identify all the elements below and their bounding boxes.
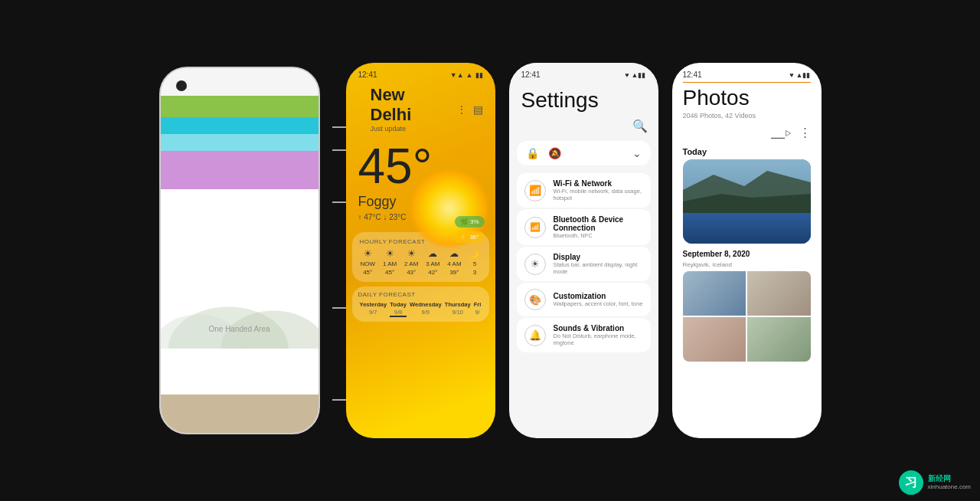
weather-update: Just update bbox=[358, 125, 456, 137]
wifi-icon: 📶 bbox=[524, 180, 546, 201]
settings-item-subtitle: Status bar, ambient display, night mode bbox=[554, 261, 643, 275]
photo-grid-today bbox=[683, 159, 811, 244]
photos-title: Photos bbox=[672, 83, 822, 112]
customization-icon: 🎨 bbox=[524, 289, 546, 310]
status-icons: ♥ ▲▮▮ bbox=[625, 71, 645, 79]
main-container: One Handed Area App Pagination Paginatio… bbox=[0, 0, 980, 501]
hourly-temp: 39° bbox=[449, 269, 459, 276]
mountain-svg bbox=[161, 250, 318, 349]
settings-item-title: Customization bbox=[554, 292, 643, 300]
settings-item-text: Customization Wallpapers, accent color, … bbox=[554, 292, 643, 307]
expand-toggle-icon[interactable]: ⌄ bbox=[632, 147, 642, 159]
hourly-item: ☀ 1 AM 45° bbox=[383, 248, 397, 276]
day-date: 9/ bbox=[475, 309, 479, 316]
weather-icon-widget[interactable]: ▤ bbox=[473, 103, 483, 116]
settings-search-row: 🔍 bbox=[509, 116, 658, 136]
weather-icon-menu[interactable]: ⋮ bbox=[456, 103, 467, 116]
settings-item-wifi[interactable]: 📶 Wi-Fi & Network Wi-Fi, mobile network,… bbox=[517, 173, 651, 208]
stripe-blue bbox=[161, 134, 318, 151]
status-bar-settings: 12:41 ♥ ▲▮▮ bbox=[509, 63, 658, 82]
settings-item-text: Sounds & Vibration Do Not Disturb, earph… bbox=[554, 324, 643, 346]
daily-label: DAILY FORECAST bbox=[358, 291, 483, 298]
day-date: 9/7 bbox=[369, 309, 377, 316]
battery-icon: ▮▮ bbox=[475, 71, 483, 79]
settings-item-title: Wi-Fi & Network bbox=[554, 179, 643, 188]
hourly-time: 2 AM bbox=[404, 260, 418, 267]
weather-badge-temp: ⚡ 36° bbox=[454, 231, 484, 243]
stripe-tan bbox=[161, 395, 318, 433]
search-icon[interactable]: 🔍 bbox=[632, 119, 648, 133]
settings-item-text: Display Status bar, ambient display, nig… bbox=[554, 253, 643, 275]
weather-badge-humidity: 🌿 3% bbox=[455, 216, 485, 228]
hourly-temp: 45° bbox=[385, 269, 394, 276]
signal-icon: ▼▲ bbox=[450, 71, 464, 79]
watermark: 习 新经网 xinhuatone.com bbox=[899, 470, 971, 495]
mute-toggle-icon[interactable]: 🔕 bbox=[548, 147, 561, 159]
one-handed-label: One Handed Area bbox=[208, 325, 270, 333]
daily-row: Yesterday 9/7 Today 9/8 Wednesday 9/9 Th… bbox=[358, 301, 483, 317]
quick-toggles: 🔒 🔕 ⌄ bbox=[517, 141, 651, 165]
photo-cell bbox=[683, 271, 746, 316]
svg-rect-4 bbox=[683, 209, 811, 244]
hourly-icon: ☀ bbox=[407, 248, 416, 259]
hourly-temp: 45° bbox=[363, 269, 372, 276]
daily-section: DAILY FORECAST Yesterday 9/7 Today 9/8 W… bbox=[352, 287, 489, 322]
cast-icon[interactable]: ⎯⎯▷ bbox=[771, 126, 792, 139]
daily-item: Yesterday 9/7 bbox=[360, 301, 387, 317]
settings-item-display[interactable]: ☀ Display Status bar, ambient display, n… bbox=[517, 247, 651, 281]
hourly-time: 4 AM bbox=[447, 260, 461, 267]
hourly-temp: 43° bbox=[407, 269, 416, 276]
stripe-white: One Handed Area bbox=[161, 189, 318, 395]
more-icon[interactable]: ⋮ bbox=[799, 126, 811, 139]
hourly-row: ☀ NOW 45° ☀ 1 AM 45° ☀ 2 AM 43° ☁ 3 AM bbox=[357, 248, 485, 276]
status-time: 12:41 bbox=[358, 70, 377, 79]
settings-item-sound[interactable]: 🔔 Sounds & Vibration Do Not Disturb, ear… bbox=[517, 318, 651, 352]
status-bar-weather: 12:41 ▼▲ ▲ ▮▮ bbox=[346, 63, 495, 82]
cliff-svg bbox=[683, 159, 811, 244]
hourly-temp: 42° bbox=[428, 269, 437, 276]
status-icons: ▼▲ ▲ ▮▮ bbox=[450, 71, 483, 79]
settings-item-subtitle: Bluetooth, NFC bbox=[554, 232, 643, 239]
status-time: 12:41 bbox=[683, 70, 702, 79]
hourly-icon: ☀ bbox=[386, 248, 394, 259]
photos-section-today: Today bbox=[672, 142, 822, 159]
settings-item-subtitle: Wallpapers, accent color, font, tone bbox=[554, 300, 643, 307]
hourly-icon: 🌙 bbox=[469, 248, 480, 259]
phone1-section: One Handed Area App Pagination Paginatio… bbox=[159, 67, 332, 434]
day-date: 9/10 bbox=[452, 309, 463, 316]
watermark-logo: 习 bbox=[899, 470, 923, 495]
photos-section-label: September 8, 2020 bbox=[672, 244, 822, 261]
status-time: 12:41 bbox=[521, 70, 541, 79]
photo-cell bbox=[683, 317, 746, 362]
daily-item: Fri 9/ bbox=[474, 301, 482, 317]
status-icons: ♥ ▲▮▮ bbox=[789, 71, 810, 79]
heart-icon: ♥ bbox=[625, 71, 629, 79]
hourly-temp: 3 bbox=[473, 269, 476, 276]
hourly-item: ☀ NOW 45° bbox=[360, 248, 375, 276]
hourly-item: 🌙 5 3 bbox=[469, 248, 480, 276]
camera-dot bbox=[176, 80, 187, 91]
hourly-item: ☀ 2 AM 43° bbox=[404, 248, 418, 276]
temp-icon: ⚡ bbox=[459, 234, 467, 241]
phone-settings: 12:41 ♥ ▲▮▮ Settings 🔍 🔒 🔕 ⌄ 📶 Wi-Fi & N… bbox=[509, 63, 658, 438]
phone-weather: 12:41 ▼▲ ▲ ▮▮ New Delhi Just update ⋮ ▤ … bbox=[346, 63, 495, 438]
settings-item-title: Bluetooth & Device Connection bbox=[554, 215, 643, 232]
photo-cell bbox=[747, 317, 811, 362]
day-date: 9/8 bbox=[394, 309, 402, 316]
settings-item-text: Bluetooth & Device Connection Bluetooth,… bbox=[554, 215, 643, 239]
photos-section-sub: Reykjavik, Iceland bbox=[672, 261, 822, 271]
signal-icon: ▲▮▮ bbox=[632, 71, 646, 79]
hourly-item: ☁ 3 AM 42° bbox=[426, 248, 439, 276]
stripe-green bbox=[161, 96, 318, 117]
hourly-item: ☁ 4 AM 39° bbox=[447, 248, 461, 276]
day-name: Thursday bbox=[445, 301, 471, 308]
stripe-teal bbox=[161, 117, 318, 134]
lock-toggle-icon[interactable]: 🔒 bbox=[526, 147, 539, 159]
settings-item-bluetooth[interactable]: 📶 Bluetooth & Device Connection Bluetoot… bbox=[517, 209, 651, 245]
day-name: Today bbox=[390, 301, 407, 308]
daily-item: Thursday 9/10 bbox=[445, 301, 471, 317]
settings-item-title: Sounds & Vibration bbox=[554, 324, 643, 332]
watermark-text: 新经网 xinhuatone.com bbox=[928, 474, 971, 491]
settings-item-customization[interactable]: 🎨 Customization Wallpapers, accent color… bbox=[517, 283, 651, 316]
weather-city: New Delhi bbox=[358, 82, 456, 125]
